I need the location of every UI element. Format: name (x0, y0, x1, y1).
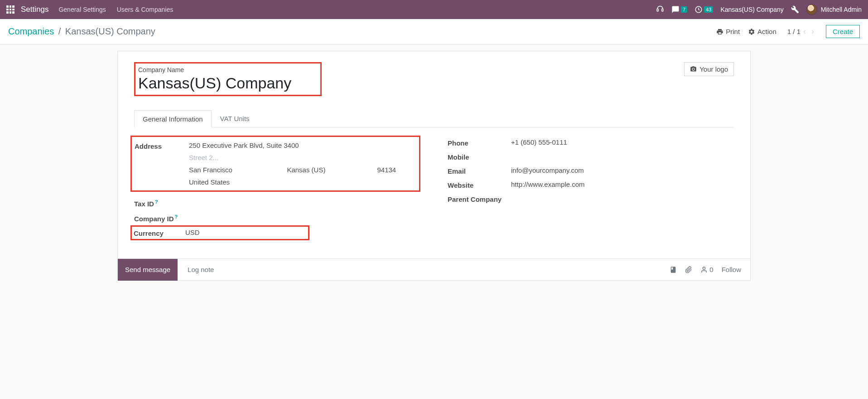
tax-id-help-icon[interactable]: ? (155, 199, 158, 204)
menu-users-companies[interactable]: Users & Companies (117, 6, 174, 13)
send-message-button[interactable]: Send message (118, 259, 178, 281)
camera-icon (690, 66, 697, 73)
mobile-value[interactable] (511, 152, 734, 161)
voip-icon[interactable] (656, 5, 664, 14)
label-currency: Currency (134, 229, 185, 237)
company-switcher[interactable]: Kansas(US) Company (720, 6, 783, 13)
form-sheet: Your logo Company Name Kansas(US) Compan… (117, 51, 751, 259)
user-avatar (806, 4, 817, 15)
tax-id-value[interactable] (188, 198, 420, 208)
tab-vat-units[interactable]: VAT Units (212, 110, 258, 127)
pager: 1 / 1 ‹ › (787, 27, 817, 36)
apps-icon[interactable] (6, 5, 14, 14)
label-website: Website (448, 180, 511, 189)
book-icon[interactable] (670, 266, 677, 273)
website-value[interactable]: http://www.example.com (511, 180, 734, 189)
print-button[interactable]: Print (716, 28, 740, 35)
address-zip[interactable]: 94134 (377, 166, 416, 174)
action-button[interactable]: Action (748, 28, 776, 35)
company-name-label: Company Name (138, 66, 316, 73)
address-city[interactable]: San Francisco (189, 166, 275, 174)
svg-point-3 (703, 267, 705, 269)
app-brand[interactable]: Settings (21, 5, 48, 14)
control-bar: Companies / Kansas(US) Company Print Act… (0, 19, 868, 44)
create-button[interactable]: Create (826, 25, 860, 38)
label-email: Email (448, 166, 511, 175)
address-street[interactable]: 250 Executive Park Blvd, Suite 3400 (189, 141, 416, 149)
label-parent-company: Parent Company (448, 195, 511, 203)
pager-next[interactable]: › (809, 27, 817, 36)
currency-highlight: Currency USD (130, 225, 309, 240)
email-value[interactable]: info@yourcompany.com (511, 166, 734, 175)
phone-value[interactable]: +1 (650) 555-0111 (511, 138, 734, 147)
label-phone: Phone (448, 138, 511, 147)
pager-prev[interactable]: ‹ (800, 27, 809, 36)
your-logo-button[interactable]: Your logo (684, 62, 734, 76)
company-name-value[interactable]: Kansas(US) Company (138, 74, 316, 92)
messages-badge: 7 (681, 6, 687, 13)
tab-general-information[interactable]: General Information (134, 110, 212, 127)
label-tax-id: Tax ID? (134, 198, 188, 208)
parent-company-value[interactable] (511, 195, 734, 203)
currency-value[interactable]: USD (185, 229, 306, 237)
address-street2[interactable]: Street 2... (189, 154, 416, 161)
breadcrumb: Companies / Kansas(US) Company (8, 26, 155, 37)
svg-rect-1 (662, 9, 663, 11)
label-mobile: Mobile (448, 152, 511, 161)
activities-badge: 43 (704, 6, 713, 13)
menu-general-settings[interactable]: General Settings (58, 6, 106, 13)
chatter-bar: Send message Log note 0 Follow (117, 259, 751, 281)
user-name: Mitchell Admin (821, 6, 862, 13)
address-state[interactable]: Kansas (US) (287, 166, 365, 174)
address-country[interactable]: United States (189, 178, 416, 186)
activities-icon[interactable]: 43 (694, 5, 713, 14)
messages-icon[interactable]: 7 (671, 5, 687, 14)
debug-icon[interactable] (791, 5, 799, 14)
breadcrumb-current: Kansas(US) Company (65, 26, 155, 36)
user-menu[interactable]: Mitchell Admin (806, 4, 862, 15)
svg-rect-0 (657, 9, 658, 11)
tabs: General Information VAT Units (134, 110, 734, 127)
label-company-id: Company ID? (134, 213, 188, 223)
address-highlight: Address 250 Executive Park Blvd, Suite 3… (130, 136, 420, 192)
followers-count[interactable]: 0 (700, 266, 713, 273)
log-note-button[interactable]: Log note (188, 266, 214, 273)
company-id-value[interactable] (188, 213, 420, 223)
company-id-help-icon[interactable]: ? (175, 214, 178, 219)
attachment-icon[interactable] (685, 266, 692, 273)
breadcrumb-root[interactable]: Companies (8, 26, 54, 36)
follow-button[interactable]: Follow (722, 266, 741, 273)
right-column: Phone +1 (650) 555-0111 Mobile Email inf… (448, 136, 734, 240)
top-nav: Settings General Settings Users & Compan… (0, 0, 868, 19)
company-name-highlight: Company Name Kansas(US) Company (134, 62, 322, 96)
label-address: Address (135, 141, 189, 186)
pager-text: 1 / 1 (787, 28, 800, 35)
left-column: Address 250 Executive Park Blvd, Suite 3… (134, 136, 420, 240)
